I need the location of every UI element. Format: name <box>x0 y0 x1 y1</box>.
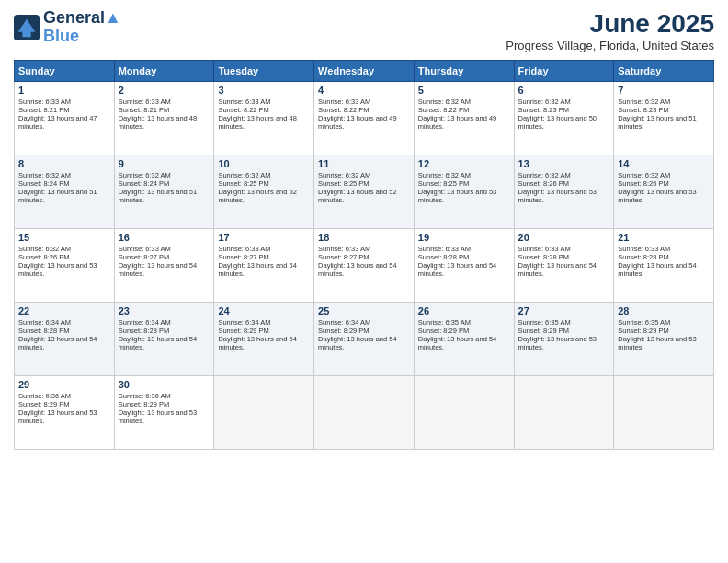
table-row: 13Sunrise: 6:32 AMSunset: 8:26 PMDayligh… <box>514 155 614 229</box>
sunrise-text: Sunrise: 6:34 AM <box>318 318 410 327</box>
daylight-text: Daylight: 13 hours and 54 minutes. <box>618 261 710 278</box>
daylight-text: Daylight: 13 hours and 53 minutes. <box>18 408 110 425</box>
sunrise-text: Sunrise: 6:32 AM <box>618 98 710 106</box>
table-row <box>314 376 415 450</box>
daylight-text: Daylight: 13 hours and 54 minutes. <box>418 261 510 278</box>
daylight-text: Daylight: 13 hours and 48 minutes. <box>119 114 210 131</box>
sunrise-text: Sunrise: 6:33 AM <box>119 245 210 253</box>
table-row: 21Sunrise: 6:33 AMSunset: 8:28 PMDayligh… <box>614 229 714 303</box>
sunset-text: Sunset: 8:29 PM <box>18 400 110 408</box>
col-tuesday: Tuesday <box>214 61 314 82</box>
table-row: 19Sunrise: 6:33 AMSunset: 8:28 PMDayligh… <box>414 229 514 303</box>
day-number: 30 <box>119 379 210 390</box>
sunset-text: Sunset: 8:25 PM <box>318 179 410 188</box>
table-row: 17Sunrise: 6:33 AMSunset: 8:27 PMDayligh… <box>214 229 314 303</box>
sunset-text: Sunset: 8:26 PM <box>18 253 110 261</box>
sunset-text: Sunset: 8:22 PM <box>318 106 410 114</box>
day-number: 8 <box>18 158 110 169</box>
daylight-text: Daylight: 13 hours and 51 minutes. <box>119 188 210 204</box>
sunset-text: Sunset: 8:22 PM <box>418 106 510 114</box>
day-number: 18 <box>318 232 410 243</box>
sunrise-text: Sunrise: 6:32 AM <box>119 171 210 179</box>
location: Progress Village, Florida, United States <box>506 39 714 52</box>
col-friday: Friday <box>514 61 614 82</box>
sunrise-text: Sunrise: 6:34 AM <box>18 318 110 327</box>
day-number: 21 <box>618 232 710 243</box>
daylight-text: Daylight: 13 hours and 49 minutes. <box>318 114 410 131</box>
day-number: 3 <box>218 85 310 96</box>
day-number: 2 <box>119 85 210 96</box>
table-row <box>214 376 314 450</box>
sunrise-text: Sunrise: 6:33 AM <box>318 245 410 253</box>
daylight-text: Daylight: 13 hours and 54 minutes. <box>119 335 210 351</box>
sunrise-text: Sunrise: 6:32 AM <box>518 171 610 179</box>
table-row: 8Sunrise: 6:32 AMSunset: 8:24 PMDaylight… <box>15 155 115 229</box>
sunrise-text: Sunrise: 6:36 AM <box>18 392 110 400</box>
sunset-text: Sunset: 8:28 PM <box>618 253 710 261</box>
sunset-text: Sunset: 8:29 PM <box>318 327 410 335</box>
col-wednesday: Wednesday <box>314 61 415 82</box>
col-thursday: Thursday <box>414 61 514 82</box>
day-number: 4 <box>318 85 410 96</box>
sunset-text: Sunset: 8:28 PM <box>18 327 110 335</box>
day-number: 29 <box>18 379 110 390</box>
calendar-row: 22Sunrise: 6:34 AMSunset: 8:28 PMDayligh… <box>15 303 714 376</box>
daylight-text: Daylight: 13 hours and 50 minutes. <box>518 114 610 131</box>
sunrise-text: Sunrise: 6:32 AM <box>318 171 410 179</box>
day-number: 19 <box>418 232 510 243</box>
table-row: 27Sunrise: 6:35 AMSunset: 8:29 PMDayligh… <box>514 303 614 376</box>
table-row: 24Sunrise: 6:34 AMSunset: 8:29 PMDayligh… <box>214 303 314 376</box>
daylight-text: Daylight: 13 hours and 54 minutes. <box>318 335 410 351</box>
daylight-text: Daylight: 13 hours and 53 minutes. <box>119 408 210 425</box>
table-row: 4Sunrise: 6:33 AMSunset: 8:22 PMDaylight… <box>314 82 415 155</box>
table-row: 18Sunrise: 6:33 AMSunset: 8:27 PMDayligh… <box>314 229 415 303</box>
sunset-text: Sunset: 8:21 PM <box>18 106 110 114</box>
daylight-text: Daylight: 13 hours and 52 minutes. <box>218 188 310 204</box>
logo-icon <box>14 15 40 40</box>
table-row <box>414 376 514 450</box>
sunrise-text: Sunrise: 6:35 AM <box>418 318 510 327</box>
sunset-text: Sunset: 8:25 PM <box>218 179 310 188</box>
daylight-text: Daylight: 13 hours and 51 minutes. <box>618 114 710 131</box>
sunset-text: Sunset: 8:27 PM <box>318 253 410 261</box>
table-row: 15Sunrise: 6:32 AMSunset: 8:26 PMDayligh… <box>15 229 115 303</box>
daylight-text: Daylight: 13 hours and 52 minutes. <box>318 188 410 204</box>
table-row: 28Sunrise: 6:35 AMSunset: 8:29 PMDayligh… <box>614 303 714 376</box>
sunrise-text: Sunrise: 6:33 AM <box>618 245 710 253</box>
sunset-text: Sunset: 8:27 PM <box>218 253 310 261</box>
table-row: 9Sunrise: 6:32 AMSunset: 8:24 PMDaylight… <box>114 155 214 229</box>
sunrise-text: Sunrise: 6:35 AM <box>618 318 710 327</box>
day-number: 5 <box>418 85 510 96</box>
sunset-text: Sunset: 8:23 PM <box>518 106 610 114</box>
daylight-text: Daylight: 13 hours and 53 minutes. <box>418 188 510 204</box>
sunrise-text: Sunrise: 6:33 AM <box>119 98 210 106</box>
sunrise-text: Sunrise: 6:35 AM <box>518 318 610 327</box>
table-row: 5Sunrise: 6:32 AMSunset: 8:22 PMDaylight… <box>414 82 514 155</box>
col-sunday: Sunday <box>15 61 115 82</box>
day-number: 12 <box>418 158 510 169</box>
table-row: 29Sunrise: 6:36 AMSunset: 8:29 PMDayligh… <box>15 376 115 450</box>
daylight-text: Daylight: 13 hours and 54 minutes. <box>218 261 310 278</box>
calendar-table: Sunday Monday Tuesday Wednesday Thursday… <box>14 60 714 450</box>
sunset-text: Sunset: 8:29 PM <box>218 327 310 335</box>
daylight-text: Daylight: 13 hours and 54 minutes. <box>218 335 310 351</box>
table-row: 2Sunrise: 6:33 AMSunset: 8:21 PMDaylight… <box>114 82 214 155</box>
title-block: June 2025 Progress Village, Florida, Uni… <box>506 9 714 52</box>
daylight-text: Daylight: 13 hours and 54 minutes. <box>318 261 410 278</box>
sunrise-text: Sunrise: 6:34 AM <box>218 318 310 327</box>
daylight-text: Daylight: 13 hours and 48 minutes. <box>218 114 310 131</box>
day-number: 27 <box>518 305 610 316</box>
table-row: 20Sunrise: 6:33 AMSunset: 8:28 PMDayligh… <box>514 229 614 303</box>
sunset-text: Sunset: 8:24 PM <box>18 179 110 188</box>
day-number: 13 <box>518 158 610 169</box>
sunrise-text: Sunrise: 6:32 AM <box>418 98 510 106</box>
table-row: 25Sunrise: 6:34 AMSunset: 8:29 PMDayligh… <box>314 303 415 376</box>
sunrise-text: Sunrise: 6:33 AM <box>218 245 310 253</box>
day-number: 17 <box>218 232 310 243</box>
table-row <box>514 376 614 450</box>
sunrise-text: Sunrise: 6:32 AM <box>18 245 110 253</box>
daylight-text: Daylight: 13 hours and 54 minutes. <box>418 335 510 351</box>
day-number: 23 <box>119 305 210 316</box>
sunrise-text: Sunrise: 6:36 AM <box>119 392 210 400</box>
col-saturday: Saturday <box>614 61 714 82</box>
